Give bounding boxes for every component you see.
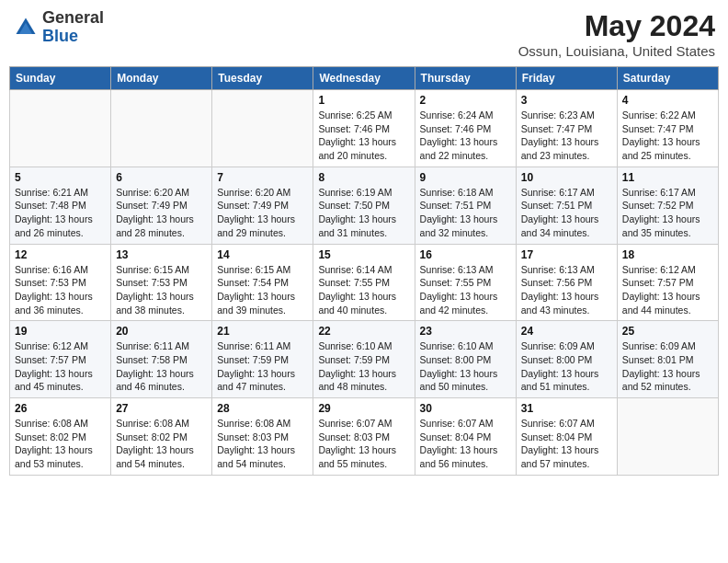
day-number: 5 [15,171,106,184]
day-number: 23 [420,325,511,338]
day-number: 16 [420,248,511,261]
calendar-cell: 4Sunrise: 6:22 AMSunset: 7:47 PMDaylight… [617,90,718,167]
calendar-cell: 2Sunrise: 6:24 AMSunset: 7:46 PMDaylight… [415,90,516,167]
calendar-cell: 30Sunrise: 6:07 AMSunset: 8:04 PMDayligh… [415,398,516,476]
day-info: Sunrise: 6:09 AMSunset: 8:01 PMDaylight:… [622,339,713,394]
calendar-cell: 11Sunrise: 6:17 AMSunset: 7:52 PMDayligh… [617,167,718,244]
day-info: Sunrise: 6:18 AMSunset: 7:51 PMDaylight:… [420,186,511,240]
title-block: May 2024 Ossun, Louisiana, United States [518,9,715,59]
day-number: 11 [622,171,713,184]
calendar-week-3: 12Sunrise: 6:16 AMSunset: 7:53 PMDayligh… [10,244,719,321]
day-info: Sunrise: 6:09 AMSunset: 8:00 PMDaylight:… [521,339,612,394]
day-number: 9 [420,171,511,184]
day-number: 22 [318,325,409,338]
day-number: 25 [622,325,713,338]
day-number: 24 [521,325,612,338]
day-number: 20 [116,325,207,338]
day-info: Sunrise: 6:15 AMSunset: 7:53 PMDaylight:… [116,263,207,317]
calendar-cell: 15Sunrise: 6:14 AMSunset: 7:55 PMDayligh… [313,244,415,321]
weekday-header-saturday: Saturday [617,67,718,90]
weekday-header-friday: Friday [516,67,617,90]
day-info: Sunrise: 6:08 AMSunset: 8:02 PMDaylight:… [15,417,106,471]
day-info: Sunrise: 6:20 AMSunset: 7:49 PMDaylight:… [217,186,308,240]
calendar-week-1: 1Sunrise: 6:25 AMSunset: 7:46 PMDaylight… [10,90,719,167]
day-number: 27 [116,402,207,415]
calendar-cell: 12Sunrise: 6:16 AMSunset: 7:53 PMDayligh… [10,244,111,321]
calendar-cell: 10Sunrise: 6:17 AMSunset: 7:51 PMDayligh… [516,167,617,244]
day-number: 26 [15,402,106,415]
day-number: 18 [622,248,713,261]
weekday-header-sunday: Sunday [10,67,111,90]
day-info: Sunrise: 6:19 AMSunset: 7:50 PMDaylight:… [318,186,409,240]
calendar-cell: 6Sunrise: 6:20 AMSunset: 7:49 PMDaylight… [111,167,212,244]
day-info: Sunrise: 6:11 AMSunset: 7:59 PMDaylight:… [217,339,308,394]
calendar-cell: 16Sunrise: 6:13 AMSunset: 7:55 PMDayligh… [415,244,516,321]
day-number: 12 [15,248,106,261]
weekday-header-wednesday: Wednesday [313,67,415,90]
day-number: 31 [521,402,612,415]
day-info: Sunrise: 6:07 AMSunset: 8:04 PMDaylight:… [521,417,612,471]
calendar-cell: 24Sunrise: 6:09 AMSunset: 8:00 PMDayligh… [516,321,617,398]
page-header: General Blue May 2024 Ossun, Louisiana, … [9,9,719,59]
day-info: Sunrise: 6:22 AMSunset: 7:47 PMDaylight:… [622,109,713,163]
calendar-cell [617,398,718,476]
day-number: 10 [521,171,612,184]
calendar-cell: 25Sunrise: 6:09 AMSunset: 8:01 PMDayligh… [617,321,718,398]
day-info: Sunrise: 6:13 AMSunset: 7:55 PMDaylight:… [420,263,511,317]
day-number: 1 [318,94,409,107]
location-subtitle: Ossun, Louisiana, United States [518,43,715,59]
day-number: 2 [420,94,511,107]
day-info: Sunrise: 6:08 AMSunset: 8:03 PMDaylight:… [217,417,308,471]
calendar-cell: 18Sunrise: 6:12 AMSunset: 7:57 PMDayligh… [617,244,718,321]
day-info: Sunrise: 6:11 AMSunset: 7:58 PMDaylight:… [116,339,207,394]
day-info: Sunrise: 6:21 AMSunset: 7:48 PMDaylight:… [15,186,106,240]
day-number: 14 [217,248,308,261]
calendar-cell: 9Sunrise: 6:18 AMSunset: 7:51 PMDaylight… [415,167,516,244]
calendar-cell: 8Sunrise: 6:19 AMSunset: 7:50 PMDaylight… [313,167,415,244]
weekday-header-thursday: Thursday [415,67,516,90]
calendar-week-2: 5Sunrise: 6:21 AMSunset: 7:48 PMDaylight… [10,167,719,244]
day-number: 30 [420,402,511,415]
calendar-cell: 29Sunrise: 6:07 AMSunset: 8:03 PMDayligh… [313,398,415,476]
day-info: Sunrise: 6:24 AMSunset: 7:46 PMDaylight:… [420,109,511,163]
day-info: Sunrise: 6:07 AMSunset: 8:03 PMDaylight:… [318,417,409,471]
day-number: 8 [318,171,409,184]
calendar-cell: 13Sunrise: 6:15 AMSunset: 7:53 PMDayligh… [111,244,212,321]
day-number: 19 [15,325,106,338]
calendar-cell: 20Sunrise: 6:11 AMSunset: 7:58 PMDayligh… [111,321,212,398]
day-number: 17 [521,248,612,261]
calendar-week-4: 19Sunrise: 6:12 AMSunset: 7:57 PMDayligh… [10,321,719,398]
calendar-cell [212,90,313,167]
day-info: Sunrise: 6:12 AMSunset: 7:57 PMDaylight:… [622,263,713,317]
weekday-header-row: SundayMondayTuesdayWednesdayThursdayFrid… [10,67,719,90]
weekday-header-monday: Monday [111,67,212,90]
day-info: Sunrise: 6:16 AMSunset: 7:53 PMDaylight:… [15,263,106,317]
day-info: Sunrise: 6:20 AMSunset: 7:49 PMDaylight:… [116,186,207,240]
day-number: 7 [217,171,308,184]
calendar-week-5: 26Sunrise: 6:08 AMSunset: 8:02 PMDayligh… [10,398,719,476]
day-info: Sunrise: 6:17 AMSunset: 7:51 PMDaylight:… [521,186,612,240]
day-info: Sunrise: 6:14 AMSunset: 7:55 PMDaylight:… [318,263,409,317]
calendar-cell: 27Sunrise: 6:08 AMSunset: 8:02 PMDayligh… [111,398,212,476]
logo-blue-text: Blue [42,27,78,45]
calendar-cell: 7Sunrise: 6:20 AMSunset: 7:49 PMDaylight… [212,167,313,244]
calendar-cell: 28Sunrise: 6:08 AMSunset: 8:03 PMDayligh… [212,398,313,476]
day-number: 21 [217,325,308,338]
day-info: Sunrise: 6:23 AMSunset: 7:47 PMDaylight:… [521,109,612,163]
calendar-cell: 5Sunrise: 6:21 AMSunset: 7:48 PMDaylight… [10,167,111,244]
calendar-cell: 26Sunrise: 6:08 AMSunset: 8:02 PMDayligh… [10,398,111,476]
day-number: 29 [318,402,409,415]
day-number: 15 [318,248,409,261]
calendar-cell [10,90,111,167]
logo: General Blue [13,9,104,46]
day-number: 4 [622,94,713,107]
day-info: Sunrise: 6:25 AMSunset: 7:46 PMDaylight:… [318,109,409,163]
calendar-cell: 14Sunrise: 6:15 AMSunset: 7:54 PMDayligh… [212,244,313,321]
day-number: 13 [116,248,207,261]
day-number: 6 [116,171,207,184]
calendar-cell: 17Sunrise: 6:13 AMSunset: 7:56 PMDayligh… [516,244,617,321]
calendar-cell: 19Sunrise: 6:12 AMSunset: 7:57 PMDayligh… [10,321,111,398]
day-info: Sunrise: 6:15 AMSunset: 7:54 PMDaylight:… [217,263,308,317]
day-number: 3 [521,94,612,107]
weekday-header-tuesday: Tuesday [212,67,313,90]
